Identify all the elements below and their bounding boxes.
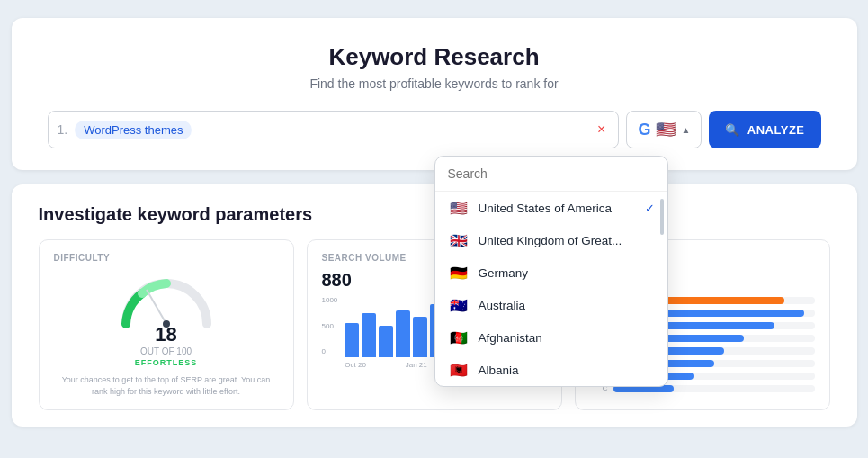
flag-af: 🇦🇫 bbox=[448, 330, 470, 345]
bar-2 bbox=[362, 313, 376, 357]
bar-4 bbox=[396, 310, 410, 358]
country-name-af: Afghanistan bbox=[479, 331, 542, 345]
country-list: 🇺🇸 United States of America ✓ 🇬🇧 United … bbox=[435, 192, 667, 386]
clear-button[interactable]: × bbox=[594, 121, 609, 138]
us-flag: 🇺🇸 bbox=[656, 120, 676, 139]
search-input-wrapper[interactable]: 1. WordPress themes × bbox=[48, 111, 620, 148]
gauge-svg bbox=[117, 270, 216, 328]
country-selector-button[interactable]: G 🇺🇸 ▲ bbox=[626, 111, 702, 148]
flag-uk: 🇬🇧 bbox=[448, 233, 470, 247]
check-icon: ✓ bbox=[645, 202, 655, 215]
search-input[interactable] bbox=[192, 122, 594, 137]
difficulty-out-of: OUT OF 100 bbox=[140, 346, 192, 356]
search-number: 1. bbox=[58, 122, 68, 137]
country-name-al: Albania bbox=[479, 364, 519, 377]
country-item-au[interactable]: 🇦🇺 Australia bbox=[435, 289, 667, 321]
flag-au: 🇦🇺 bbox=[448, 298, 470, 312]
svg-line-0 bbox=[147, 290, 166, 324]
bar-1 bbox=[345, 323, 359, 358]
flag-de: 🇩🇪 bbox=[448, 265, 470, 280]
analyze-label: ANALYZE bbox=[747, 123, 805, 137]
bar-3 bbox=[379, 326, 393, 357]
search-icon: 🔍 bbox=[725, 123, 740, 137]
country-name-au: Australia bbox=[479, 299, 526, 312]
difficulty-label: DIFFICULTY bbox=[54, 253, 279, 263]
page-subtitle: Find the most profitable keywords to ran… bbox=[48, 76, 821, 91]
keyword-tag[interactable]: WordPress themes bbox=[75, 121, 192, 139]
main-card: Keyword Research Find the most profitabl… bbox=[12, 18, 857, 170]
page-title: Keyword Research bbox=[48, 43, 821, 71]
country-dropdown: 🇺🇸 United States of America ✓ 🇬🇧 United … bbox=[434, 156, 668, 387]
country-search-input[interactable] bbox=[448, 166, 655, 181]
country-item-usa[interactable]: 🇺🇸 United States of America ✓ bbox=[435, 192, 667, 224]
chevron-up-icon: ▲ bbox=[681, 125, 690, 135]
analyze-button[interactable]: 🔍 ANALYZE bbox=[709, 111, 820, 148]
search-row: 1. WordPress themes × G 🇺🇸 ▲ 🔍 ANALYZE 🇺 bbox=[48, 111, 821, 148]
country-item-af[interactable]: 🇦🇫 Afghanistan bbox=[435, 321, 667, 354]
scrollbar[interactable] bbox=[660, 199, 664, 235]
flag-us: 🇺🇸 bbox=[448, 201, 470, 215]
flag-al: 🇦🇱 bbox=[448, 363, 470, 377]
bar-5 bbox=[413, 317, 427, 358]
country-item-de[interactable]: 🇩🇪 Germany bbox=[435, 256, 667, 289]
dropdown-search-wrapper[interactable] bbox=[435, 157, 667, 192]
country-name-uk: United Kingdom of Great... bbox=[479, 234, 622, 247]
country-item-al[interactable]: 🇦🇱 Albania bbox=[435, 354, 667, 386]
y-axis-zero: 0 bbox=[322, 347, 338, 355]
country-name-de: Germany bbox=[479, 266, 529, 280]
difficulty-rating: EFFORTLESS bbox=[135, 358, 198, 367]
date-1: Oct 20 bbox=[345, 361, 366, 369]
y-axis: 1000 500 0 bbox=[322, 294, 338, 357]
y-axis-mid: 500 bbox=[322, 322, 338, 330]
difficulty-description: Your chances to get to the top of SERP a… bbox=[54, 374, 279, 397]
y-axis-top: 1000 bbox=[322, 296, 338, 304]
country-item-uk[interactable]: 🇬🇧 United Kingdom of Great... bbox=[435, 224, 667, 256]
date-2: Jan 21 bbox=[406, 361, 427, 369]
gauge-container: 18 OUT OF 100 EFFORTLESS bbox=[54, 270, 279, 367]
country-name-usa: United States of America bbox=[479, 202, 613, 215]
difficulty-card: DIFFICULTY 18 OUT OF 100 EFFORTLESS You bbox=[39, 239, 294, 410]
difficulty-value: 18 bbox=[155, 323, 176, 346]
google-icon: G bbox=[638, 121, 650, 139]
